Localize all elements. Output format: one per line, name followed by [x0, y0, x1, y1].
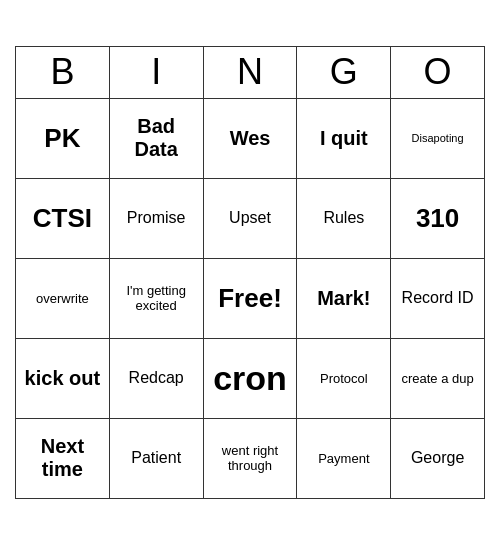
- cell-0-1: Bad Data: [109, 98, 203, 178]
- bingo-row-3: kick outRedcapcronProtocolcreate a dup: [16, 338, 485, 418]
- bingo-header: BINGO: [16, 46, 485, 98]
- cell-2-0: overwrite: [16, 258, 110, 338]
- cell-3-0: kick out: [16, 338, 110, 418]
- cell-2-2: Free!: [203, 258, 297, 338]
- cell-3-4: create a dup: [391, 338, 485, 418]
- header-letter-i: I: [109, 46, 203, 98]
- cell-3-3: Protocol: [297, 338, 391, 418]
- bingo-row-4: Next timePatientwent right throughPaymen…: [16, 418, 485, 498]
- cell-2-3: Mark!: [297, 258, 391, 338]
- cell-0-0: PK: [16, 98, 110, 178]
- cell-4-4: George: [391, 418, 485, 498]
- header-letter-g: G: [297, 46, 391, 98]
- bingo-row-2: overwriteI'm getting excitedFree!Mark!Re…: [16, 258, 485, 338]
- bingo-row-1: CTSIPromiseUpsetRules310: [16, 178, 485, 258]
- cell-3-2: cron: [203, 338, 297, 418]
- cell-1-1: Promise: [109, 178, 203, 258]
- cell-4-1: Patient: [109, 418, 203, 498]
- header-letter-b: B: [16, 46, 110, 98]
- cell-1-0: CTSI: [16, 178, 110, 258]
- cell-4-0: Next time: [16, 418, 110, 498]
- cell-2-1: I'm getting excited: [109, 258, 203, 338]
- cell-2-4: Record ID: [391, 258, 485, 338]
- cell-1-2: Upset: [203, 178, 297, 258]
- cell-4-3: Payment: [297, 418, 391, 498]
- cell-1-3: Rules: [297, 178, 391, 258]
- cell-0-3: I quit: [297, 98, 391, 178]
- cell-4-2: went right through: [203, 418, 297, 498]
- header-letter-n: N: [203, 46, 297, 98]
- cell-1-4: 310: [391, 178, 485, 258]
- cell-0-2: Wes: [203, 98, 297, 178]
- header-letter-o: O: [391, 46, 485, 98]
- cell-0-4: Disapoting: [391, 98, 485, 178]
- cell-3-1: Redcap: [109, 338, 203, 418]
- bingo-row-0: PKBad DataWesI quitDisapoting: [16, 98, 485, 178]
